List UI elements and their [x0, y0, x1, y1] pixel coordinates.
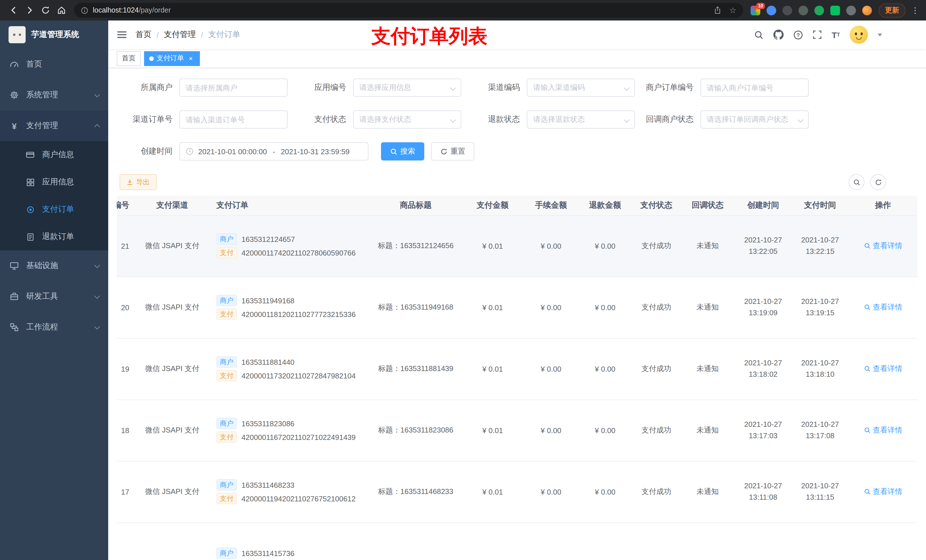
merchant-tag: 商户: [216, 233, 237, 245]
field-label: 渠道订单号: [120, 115, 179, 125]
app-no-select[interactable]: 请选择应用信息: [353, 78, 461, 97]
sidebar-item-label: 系统管理: [26, 90, 58, 100]
sidebar-item-infrastructure[interactable]: 基础设施: [0, 251, 108, 281]
channel-code-select[interactable]: 请输入渠道编码: [527, 78, 635, 97]
share-icon[interactable]: [714, 6, 722, 14]
browser-reload-button[interactable]: [38, 2, 53, 18]
address-bar[interactable]: localhost:1024/pay/order ☆: [74, 3, 743, 18]
field-label: 商户订单编号: [641, 83, 701, 93]
view-detail-link[interactable]: 查看详情: [864, 487, 902, 497]
sidebar-item-system[interactable]: 系统管理: [0, 80, 108, 110]
grid-icon: [25, 178, 35, 186]
view-detail-link[interactable]: 查看详情: [864, 364, 902, 374]
sidebar: 芋道管理系统 首页 系统管理 ¥ 支付管理 商户信息: [0, 21, 108, 560]
sidebar-item-payment[interactable]: ¥ 支付管理: [0, 110, 108, 141]
extension-icon-2[interactable]: [767, 5, 776, 15]
browser-update-button[interactable]: 更新: [879, 3, 905, 17]
breadcrumb-separator: /: [201, 30, 203, 39]
sidebar-item-pay-order[interactable]: 支付订单: [0, 196, 108, 223]
view-detail-link[interactable]: 查看详情: [864, 425, 902, 435]
field-label: 支付状态: [293, 115, 353, 125]
search-icon[interactable]: [754, 30, 764, 39]
extension-icon-3[interactable]: [782, 5, 792, 15]
chevron-down-icon: [94, 91, 100, 97]
extension-icon-5[interactable]: [814, 5, 824, 15]
help-icon[interactable]: ?: [794, 30, 803, 39]
browser-toolbar: localhost:1024/pay/order ☆ 10 更新 ⋮: [0, 0, 926, 21]
extensions-puzzle-icon[interactable]: [846, 5, 856, 15]
field-label: 退款状态: [467, 115, 527, 125]
pay-status-select[interactable]: 请选择支付状态: [353, 110, 461, 128]
browser-back-button[interactable]: [6, 2, 22, 18]
extensions-cluster: 10: [750, 5, 872, 15]
pay-tag: 支付: [216, 493, 237, 504]
table-header-row: 编号 支付渠道 支付订单 商品标题 支付金额 手续金额 退款金额 支付状态 回调…: [117, 196, 917, 215]
merchant-order-no-input[interactable]: [701, 78, 809, 97]
tab-home[interactable]: 首页: [117, 51, 141, 66]
fullscreen-icon[interactable]: [813, 30, 822, 39]
sidebar-item-home[interactable]: 首页: [0, 49, 108, 80]
site-info-icon[interactable]: [81, 6, 88, 14]
sidebar-item-label: 支付管理: [26, 121, 58, 131]
callback-status-select[interactable]: 请选择订单回调商户状态: [701, 110, 809, 128]
sidebar-item-label: 基础设施: [26, 261, 58, 271]
font-size-icon[interactable]: TT: [832, 30, 840, 39]
sidebar-item-label: 支付订单: [42, 204, 74, 214]
main-content: 首页 / 支付管理 / 支付订单 支付订单列表 ?: [108, 21, 926, 560]
hamburger-icon[interactable]: [117, 30, 127, 40]
payment-submenu: 商户信息 应用信息 支付订单 退款订单: [0, 141, 108, 251]
breadcrumb-pay-management[interactable]: 支付管理: [164, 30, 196, 40]
github-icon[interactable]: [774, 30, 784, 40]
refund-status-select[interactable]: 请选择退款状态: [527, 110, 635, 128]
extension-icon-chat[interactable]: [830, 5, 840, 15]
pay-order-no: 4200001181202110277723215336: [242, 310, 356, 318]
sidebar-item-refund-order[interactable]: 退款订单: [0, 223, 108, 251]
browser-profile-avatar[interactable]: [862, 5, 872, 15]
sidebar-item-label: 首页: [26, 59, 42, 69]
user-avatar[interactable]: [850, 26, 868, 44]
extension-badge: 10: [756, 3, 765, 9]
sidebar-item-label: 商户信息: [42, 150, 74, 160]
bookmark-star-icon[interactable]: ☆: [729, 6, 736, 14]
toggle-search-button[interactable]: [849, 174, 864, 190]
reset-button[interactable]: 重置: [431, 142, 474, 160]
table-row: 18 微信 JSAPI 支付 商户1635311823086 支付4200001…: [117, 400, 917, 461]
extension-icon-1[interactable]: 10: [750, 5, 760, 15]
merchant-order-no: 1635312124657: [242, 235, 295, 243]
merchant-tag: 商户: [216, 356, 237, 368]
pay-order-no: 4200001173202110272847982104: [242, 371, 356, 380]
credit-card-icon: [25, 150, 35, 159]
browser-home-button[interactable]: [53, 2, 70, 18]
chevron-down-icon: [624, 85, 629, 91]
browser-menu-icon[interactable]: ⋮: [911, 6, 919, 15]
refresh-button[interactable]: [870, 174, 886, 190]
sidebar-item-workflow[interactable]: 工作流程: [0, 312, 108, 343]
avatar-caret-icon[interactable]: [878, 33, 882, 39]
merchant-tag: 商户: [216, 295, 237, 306]
navbar-actions: ? TT: [754, 26, 917, 44]
search-button[interactable]: 搜索: [381, 142, 424, 160]
range-end-value: 2021-10-31 23:59:59: [281, 147, 350, 155]
sidebar-item-label: 应用信息: [42, 177, 74, 187]
merchant-tag: 商户: [216, 479, 237, 491]
record-icon: [25, 205, 35, 214]
merchant-input[interactable]: [179, 78, 287, 97]
view-detail-link[interactable]: 查看详情: [864, 241, 902, 251]
breadcrumb-home[interactable]: 首页: [136, 30, 151, 40]
view-detail-link[interactable]: 查看详情: [864, 302, 902, 312]
sidebar-item-merchant-info[interactable]: 商户信息: [0, 141, 108, 169]
export-button[interactable]: 导出: [120, 174, 157, 190]
logo-avatar: [9, 26, 26, 43]
close-icon[interactable]: ×: [187, 54, 195, 62]
table-row-partial: 商户1635311415736: [117, 522, 917, 560]
tab-pay-order[interactable]: 支付订单 ×: [144, 51, 200, 66]
create-time-range-picker[interactable]: 2021-10-01 00:00:00 - 2021-10-31 23:59:5…: [179, 142, 368, 160]
range-separator: -: [271, 147, 276, 155]
channel-order-no-input[interactable]: [179, 110, 287, 128]
browser-forward-button[interactable]: [22, 2, 38, 18]
sidebar-item-app-info[interactable]: 应用信息: [0, 169, 108, 196]
app-logo[interactable]: 芋道管理系统: [0, 21, 108, 49]
table-row: 19 微信 JSAPI 支付 商户1635311881440 支付4200001…: [117, 338, 917, 400]
extension-icon-4[interactable]: [799, 5, 808, 15]
sidebar-item-dev-tools[interactable]: 研发工具: [0, 281, 108, 312]
